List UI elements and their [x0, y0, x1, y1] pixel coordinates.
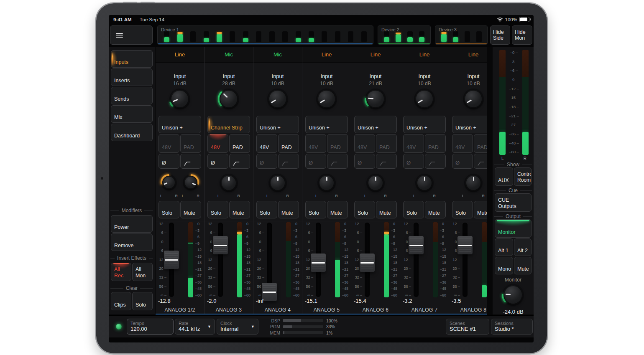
pan-knob[interactable]	[219, 173, 238, 193]
channel-type-header[interactable]: Line	[351, 47, 400, 63]
pan-knob[interactable]	[268, 173, 287, 193]
aux-button[interactable]: AUX	[495, 167, 513, 186]
sample-rate-button[interactable]: Rate 44.1 kHz ▼	[175, 319, 215, 335]
solo-button[interactable]: Solo	[256, 201, 277, 218]
input-gain-knob[interactable]	[463, 88, 484, 110]
solo-button[interactable]: Solo	[403, 201, 424, 218]
unison-insert-button[interactable]: Unison +	[256, 116, 299, 133]
fader-handle[interactable]	[409, 236, 424, 254]
device-meter-group[interactable]: Device 2	[378, 25, 431, 45]
pad-button[interactable]: PAD	[278, 134, 299, 153]
control-room-button[interactable]: Control Room	[514, 167, 532, 186]
fader-handle[interactable]	[262, 283, 277, 301]
phase-invert-button[interactable]: Ø	[305, 154, 326, 169]
pan-knob[interactable]	[317, 173, 336, 193]
solo-button[interactable]: Solo	[207, 201, 228, 218]
hide-side-button[interactable]: Hide Side	[490, 25, 510, 45]
mute-button[interactable]: Mute	[376, 201, 397, 218]
unison-insert-button[interactable]: Unison +	[403, 116, 446, 133]
mute-button[interactable]: Mute	[327, 201, 348, 218]
pad-button[interactable]: PAD	[180, 134, 201, 153]
pan-knob[interactable]	[161, 174, 177, 191]
sessions-button[interactable]: Sessions Studio *	[491, 319, 533, 335]
alt2-button[interactable]: Alt 2	[514, 238, 532, 256]
fader-handle[interactable]	[457, 236, 473, 254]
all-mon-button[interactable]: All Mon	[132, 263, 153, 281]
pad-button[interactable]: PAD	[474, 134, 487, 153]
lowcut-filter-button[interactable]	[425, 154, 446, 169]
channel-type-header[interactable]: Line	[449, 47, 487, 63]
pad-button[interactable]: PAD	[376, 134, 397, 153]
channel-fader[interactable]	[164, 221, 179, 298]
pan-knob[interactable]	[182, 174, 199, 191]
unison-insert-button[interactable]: Unison +	[305, 116, 348, 133]
mono-button[interactable]: Mono	[495, 257, 513, 274]
unison-insert-button[interactable]: Unison +	[452, 116, 487, 133]
mute-button[interactable]: Mute	[474, 201, 487, 218]
solo-button[interactable]: Solo	[452, 201, 473, 218]
input-gain-knob[interactable]	[267, 88, 289, 110]
channel-type-header[interactable]: Line	[156, 47, 204, 63]
monitor-knob[interactable]	[502, 284, 524, 306]
solo-button[interactable]: Solo	[305, 201, 326, 218]
phantom-48v-button[interactable]: 48V	[256, 134, 277, 153]
clear-solo-button[interactable]: Solo	[132, 292, 153, 310]
sidebar-item-inputs[interactable]: Inputs	[111, 50, 153, 68]
power-button[interactable]: Power	[111, 215, 153, 233]
phantom-48v-button[interactable]: 48V	[354, 134, 375, 153]
phase-invert-button[interactable]: Ø	[354, 154, 375, 169]
solo-button[interactable]: Solo	[158, 201, 179, 218]
phase-invert-button[interactable]: Ø	[403, 154, 424, 169]
pad-button[interactable]: PAD	[229, 134, 250, 153]
mute-button[interactable]: Mute	[180, 201, 201, 218]
input-gain-knob[interactable]	[316, 88, 337, 110]
phantom-48v-button[interactable]: 48V	[207, 134, 228, 153]
phase-invert-button[interactable]: Ø	[207, 154, 228, 169]
cue-outputs-button[interactable]: CUE Outputs	[495, 193, 532, 212]
channel-fader[interactable]	[360, 221, 375, 298]
menu-button[interactable]	[110, 25, 153, 45]
hide-mon-button[interactable]: Hide Mon	[512, 25, 532, 45]
all-rec-button[interactable]: All Rec	[111, 263, 131, 281]
unison-insert-button[interactable]: Channel Strip	[207, 116, 250, 133]
input-gain-knob[interactable]	[365, 88, 386, 110]
lowcut-filter-button[interactable]	[474, 154, 487, 169]
channel-type-header[interactable]: Mic	[204, 47, 253, 63]
scenes-button[interactable]: Scenes SCENE #1	[446, 319, 489, 335]
channel-type-header[interactable]: Mic	[253, 47, 302, 63]
channel-fader[interactable]	[457, 221, 473, 298]
input-gain-knob[interactable]	[169, 88, 191, 110]
phantom-48v-button[interactable]: 48V	[158, 134, 179, 153]
phase-invert-button[interactable]: Ø	[452, 154, 473, 169]
sidebar-item-mix[interactable]: Mix	[111, 105, 153, 123]
sidebar-item-inserts[interactable]: Inserts	[111, 68, 153, 86]
monitor-output-button[interactable]: Monitor	[495, 219, 532, 238]
channel-fader[interactable]	[409, 221, 424, 298]
channel-fader[interactable]	[213, 221, 228, 298]
monitor-mute-button[interactable]: Mute	[514, 257, 532, 274]
fader-handle[interactable]	[164, 251, 179, 269]
sidebar-item-dashboard[interactable]: Dashboard	[111, 124, 153, 141]
lowcut-filter-button[interactable]	[180, 154, 201, 169]
fader-handle[interactable]	[360, 254, 375, 272]
pad-button[interactable]: PAD	[327, 134, 348, 153]
lowcut-filter-button[interactable]	[229, 154, 250, 169]
alt1-button[interactable]: Alt 1	[495, 238, 513, 256]
channel-fader[interactable]	[311, 221, 326, 298]
tempo-button[interactable]: Tempo 120.00	[127, 319, 174, 335]
lowcut-filter-button[interactable]	[376, 154, 397, 169]
input-gain-knob[interactable]	[218, 88, 240, 110]
input-gain-knob[interactable]	[414, 88, 435, 110]
solo-button[interactable]: Solo	[354, 201, 375, 218]
clock-source-button[interactable]: Clock Internal ▼	[217, 319, 258, 335]
pan-knob[interactable]	[464, 173, 483, 193]
channel-fader[interactable]	[262, 221, 277, 298]
unison-insert-button[interactable]: Unison +	[158, 116, 201, 133]
clear-clips-button[interactable]: Clips	[111, 292, 131, 310]
unison-insert-button[interactable]: Unison +	[354, 116, 397, 133]
pan-knob[interactable]	[415, 173, 434, 193]
lowcut-filter-button[interactable]	[278, 154, 299, 169]
mute-button[interactable]: Mute	[229, 201, 250, 218]
fader-handle[interactable]	[311, 254, 326, 272]
mute-button[interactable]: Mute	[425, 201, 446, 218]
